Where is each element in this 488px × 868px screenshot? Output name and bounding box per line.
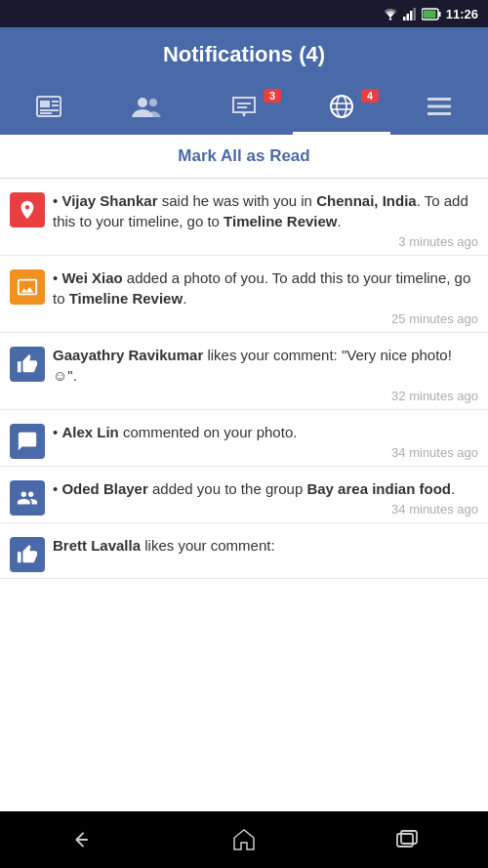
back-button[interactable] bbox=[52, 820, 110, 859]
header: Notifications (4) bbox=[0, 27, 488, 81]
notification-item[interactable]: • Wei Xiao added a photo of you. To add … bbox=[0, 256, 488, 333]
notification-text: • Vijay Shankar said he was with you in … bbox=[53, 190, 478, 231]
group-icon bbox=[17, 487, 38, 509]
notification-icon-group bbox=[10, 480, 45, 516]
notification-text: • Oded Blayer added you to the group Bay… bbox=[53, 478, 478, 499]
svg-rect-1 bbox=[403, 17, 406, 21]
home-icon bbox=[230, 826, 258, 853]
mark-all-read-button[interactable]: Mark All as Read bbox=[178, 146, 309, 166]
notification-content: Brett Lavalla likes your comment: bbox=[53, 535, 478, 556]
tab-messages[interactable]: 3 bbox=[195, 81, 293, 132]
svg-rect-23 bbox=[427, 105, 451, 108]
svg-rect-26 bbox=[401, 831, 417, 844]
notification-icon-photo bbox=[10, 269, 45, 305]
mark-all-bar: Mark All as Read bbox=[0, 135, 488, 179]
notification-text: Gaayathry Ravikumar likes your comment: … bbox=[53, 345, 478, 386]
time-display: 11:26 bbox=[446, 7, 478, 21]
news-feed-icon bbox=[36, 96, 61, 117]
svg-rect-22 bbox=[427, 98, 451, 101]
svg-rect-7 bbox=[423, 10, 435, 18]
svg-rect-11 bbox=[52, 104, 59, 106]
photo-icon bbox=[17, 276, 38, 298]
battery-icon bbox=[422, 8, 441, 21]
wifi-icon bbox=[383, 7, 398, 21]
friends-icon bbox=[132, 96, 161, 117]
messages-badge: 3 bbox=[264, 89, 281, 103]
notification-item[interactable]: Brett Lavalla likes your comment: bbox=[0, 523, 488, 579]
notification-time: 32 minutes ago bbox=[53, 389, 478, 403]
svg-rect-12 bbox=[40, 109, 59, 111]
back-arrow-icon bbox=[67, 826, 95, 853]
svg-rect-17 bbox=[237, 106, 247, 108]
notification-item[interactable]: • Oded Blayer added you to the group Bay… bbox=[0, 467, 488, 523]
notification-text: Brett Lavalla likes your comment: bbox=[53, 535, 478, 556]
notifications-list: • Vijay Shankar said he was with you in … bbox=[0, 179, 488, 811]
menu-icon bbox=[427, 96, 452, 117]
svg-point-14 bbox=[138, 98, 147, 107]
recent-apps-icon bbox=[393, 826, 421, 853]
notification-text: • Alex Lin commented on your photo. bbox=[53, 422, 478, 442]
svg-rect-10 bbox=[52, 101, 59, 103]
tab-news-feed[interactable] bbox=[0, 81, 98, 132]
notification-time: 3 minutes ago bbox=[53, 234, 478, 249]
svg-rect-13 bbox=[40, 112, 52, 114]
tab-notifications[interactable]: 4 bbox=[293, 81, 390, 135]
thumbs-up-icon bbox=[17, 353, 38, 375]
notification-content: • Vijay Shankar said he was with you in … bbox=[53, 190, 478, 249]
notification-time: 25 minutes ago bbox=[53, 311, 478, 326]
notification-icon-comment bbox=[10, 424, 45, 459]
status-icons: 11:26 bbox=[383, 7, 478, 21]
globe-icon bbox=[329, 94, 354, 119]
recent-apps-button[interactable] bbox=[378, 820, 436, 859]
notification-icon-like bbox=[10, 347, 45, 382]
notifications-badge: 4 bbox=[361, 89, 379, 103]
notification-content: • Oded Blayer added you to the group Bay… bbox=[53, 478, 478, 517]
svg-rect-3 bbox=[410, 11, 413, 21]
notification-item[interactable]: Gaayathry Ravikumar likes your comment: … bbox=[0, 333, 488, 410]
comment-icon bbox=[17, 431, 38, 452]
svg-point-19 bbox=[337, 96, 346, 117]
notification-content: • Alex Lin commented on your photo. 34 m… bbox=[53, 422, 478, 460]
signal-icon bbox=[403, 7, 417, 21]
svg-rect-2 bbox=[406, 14, 409, 21]
tab-menu[interactable] bbox=[390, 81, 488, 132]
page-title: Notifications (4) bbox=[163, 42, 325, 67]
home-button[interactable] bbox=[215, 820, 273, 859]
svg-rect-4 bbox=[413, 8, 416, 21]
svg-rect-25 bbox=[397, 834, 413, 847]
svg-point-0 bbox=[389, 18, 391, 20]
messages-icon bbox=[231, 96, 257, 117]
tab-friends[interactable] bbox=[98, 81, 195, 132]
notification-item[interactable]: • Vijay Shankar said he was with you in … bbox=[0, 179, 488, 256]
notification-icon-location bbox=[10, 192, 45, 227]
tab-bar: 3 4 bbox=[0, 81, 488, 135]
thumbs-up-icon-2 bbox=[17, 544, 38, 565]
svg-rect-24 bbox=[427, 112, 451, 115]
notification-text: • Wei Xiao added a photo of you. To add … bbox=[53, 268, 478, 309]
status-bar: 11:26 bbox=[0, 0, 488, 27]
location-pin-icon bbox=[17, 199, 38, 221]
notification-item[interactable]: • Alex Lin commented on your photo. 34 m… bbox=[0, 410, 488, 467]
svg-rect-9 bbox=[40, 101, 50, 107]
svg-rect-6 bbox=[438, 12, 440, 17]
svg-point-15 bbox=[149, 99, 157, 106]
notification-time: 34 minutes ago bbox=[53, 502, 478, 517]
notification-content: Gaayathry Ravikumar likes your comment: … bbox=[53, 345, 478, 403]
bottom-navigation bbox=[0, 811, 488, 868]
svg-point-18 bbox=[331, 96, 352, 117]
notification-time: 34 minutes ago bbox=[53, 445, 478, 460]
notification-icon-like2 bbox=[10, 537, 45, 572]
svg-rect-16 bbox=[237, 103, 251, 104]
notification-content: • Wei Xiao added a photo of you. To add … bbox=[53, 268, 478, 326]
